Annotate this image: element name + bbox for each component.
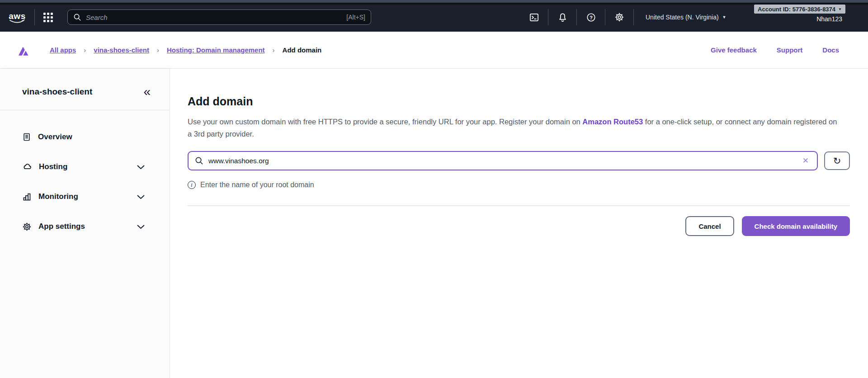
sidebar-item-overview[interactable]: Overview bbox=[0, 122, 170, 152]
settings-gear-icon[interactable] bbox=[605, 5, 633, 30]
sidebar-collapse-icon[interactable]: « bbox=[143, 87, 151, 96]
nav-search-input[interactable] bbox=[86, 14, 346, 21]
breadcrumb: All apps › vina-shoes-client › Hosting: … bbox=[50, 46, 321, 54]
amazon-route53-link[interactable]: Amazon Route53 bbox=[582, 118, 643, 126]
chevron-down-icon bbox=[137, 165, 145, 170]
give-feedback-link[interactable]: Give feedback bbox=[711, 46, 757, 54]
refresh-button[interactable]: ↻ bbox=[824, 151, 850, 170]
domain-input-box: ✕ bbox=[188, 151, 818, 170]
breadcrumb-all-apps[interactable]: All apps bbox=[50, 46, 76, 54]
refresh-icon: ↻ bbox=[833, 156, 841, 165]
search-icon bbox=[73, 13, 81, 21]
cancel-button[interactable]: Cancel bbox=[685, 216, 734, 236]
breadcrumb-separator-icon: › bbox=[273, 46, 275, 54]
breadcrumb-domain-management[interactable]: Hosting: Domain management bbox=[167, 46, 265, 54]
input-helper: i Enter the name of your root domain bbox=[188, 181, 850, 189]
gear-icon bbox=[22, 222, 32, 232]
help-icon[interactable]: ? bbox=[577, 5, 605, 30]
bar-chart-icon bbox=[22, 192, 32, 202]
sidebar-item-app-settings[interactable]: App settings bbox=[0, 212, 170, 241]
clear-input-icon[interactable]: ✕ bbox=[801, 156, 811, 165]
svg-text:?: ? bbox=[590, 14, 593, 20]
domain-input[interactable] bbox=[208, 157, 801, 165]
nav-search-box[interactable]: [Alt+S] bbox=[67, 9, 371, 25]
main-panel: Add domain Use your own custom domain wi… bbox=[170, 69, 868, 378]
chevron-down-icon: ▼ bbox=[722, 15, 726, 19]
region-label: United States (N. Virginia) bbox=[646, 14, 719, 21]
aws-logo[interactable]: aws bbox=[0, 11, 34, 24]
top-navigation: aws [Alt+S] bbox=[0, 0, 868, 32]
docs-link[interactable]: Docs bbox=[822, 46, 839, 54]
aws-smile-icon bbox=[9, 19, 26, 24]
document-icon bbox=[22, 132, 31, 142]
aws-logo-text: aws bbox=[9, 13, 25, 19]
sidebar: vina-shoes-client « Overview Hosting bbox=[0, 69, 170, 378]
breadcrumb-bar: All apps › vina-shoes-client › Hosting: … bbox=[0, 32, 868, 69]
chevron-down-icon bbox=[137, 224, 145, 229]
support-link[interactable]: Support bbox=[777, 46, 803, 54]
breadcrumb-app[interactable]: vina-shoes-client bbox=[94, 46, 149, 54]
intro-text: Use your own custom domain with free HTT… bbox=[188, 116, 843, 140]
breadcrumb-separator-icon: › bbox=[157, 46, 159, 54]
page-title: Add domain bbox=[188, 95, 850, 108]
breadcrumb-current-page: Add domain bbox=[283, 46, 322, 54]
top-strip bbox=[0, 0, 868, 5]
chevron-down-icon bbox=[137, 194, 145, 199]
notifications-bell-icon[interactable] bbox=[548, 5, 576, 30]
region-selector[interactable]: United States (N. Virginia) ▼ bbox=[634, 5, 738, 30]
app-launcher-grid-icon[interactable] bbox=[35, 5, 61, 30]
sidebar-item-hosting[interactable]: Hosting bbox=[0, 152, 170, 182]
sidebar-app-name: vina-shoes-client bbox=[22, 87, 92, 97]
info-icon: i bbox=[188, 181, 196, 189]
check-domain-availability-button[interactable]: Check domain availability bbox=[742, 216, 850, 236]
section-divider bbox=[188, 205, 850, 206]
cloud-icon bbox=[22, 162, 32, 172]
username-label: Nhan123 bbox=[816, 15, 842, 23]
chevron-down-icon: ▼ bbox=[838, 7, 842, 11]
breadcrumb-separator-icon: › bbox=[84, 46, 86, 54]
search-shortcut-hint: [Alt+S] bbox=[346, 14, 365, 21]
amplify-logo-icon[interactable] bbox=[15, 43, 28, 57]
cloudshell-icon[interactable] bbox=[520, 5, 548, 30]
account-id-label: Account ID: 5776-3836-8374 bbox=[758, 6, 835, 13]
account-id-badge[interactable]: Account ID: 5776-3836-8374 ▼ bbox=[754, 5, 845, 14]
search-icon bbox=[195, 156, 203, 165]
sidebar-item-monitoring[interactable]: Monitoring bbox=[0, 182, 170, 212]
helper-text: Enter the name of your root domain bbox=[200, 181, 314, 189]
